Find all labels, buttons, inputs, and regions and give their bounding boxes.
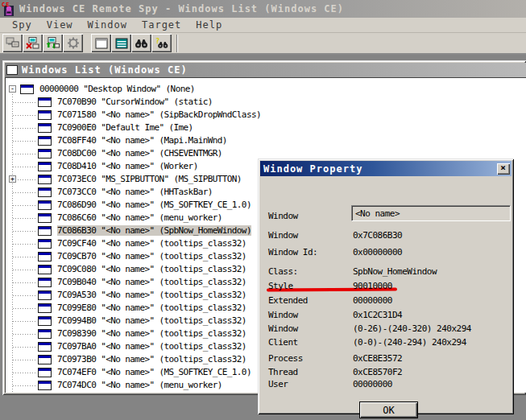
window-item-icon <box>38 213 52 223</box>
tree-row-label[interactable]: 7C09C080 "<No name>" (tooltips_class32) <box>57 264 246 274</box>
tree-row-label[interactable]: 7C086D90 "<No name>" (MS_SOFTKEY_CE_1.0) <box>57 200 251 210</box>
tree-connector <box>13 270 37 270</box>
window-item-icon <box>38 329 52 339</box>
window-item-icon <box>38 226 52 236</box>
remote-disconnect-icon <box>26 37 39 49</box>
tree-row-label[interactable]: 7C08FF40 "<No name>" (Mapi.MainWnd) <box>57 135 227 146</box>
dialog-field-label: Process <box>268 353 303 364</box>
app-icon: CE <box>2 2 16 16</box>
tree-row[interactable]: -00000000 "Desktop Window" (None) <box>6 83 526 96</box>
tree-connector <box>13 102 37 103</box>
window-item-icon <box>38 342 52 352</box>
tree-row-label[interactable]: 7C09CB70 "<No name>" (tooltips_class32) <box>57 251 246 261</box>
expand-expander-icon[interactable]: + <box>9 175 16 183</box>
tree-row-label[interactable]: 7C09A530 "<No name>" (tooltips_class32) <box>57 290 246 300</box>
tree-row[interactable]: 7C071580 "<No name>" (SipBackDropWndClas… <box>6 109 526 121</box>
menu-view[interactable]: View <box>39 18 81 32</box>
close-icon[interactable]: × <box>497 163 510 175</box>
tree-connector <box>13 231 37 232</box>
tree-row-label[interactable]: 7C074EF0 "<No name>" (MS_SOFTKEY_CE_1.0) <box>57 367 251 377</box>
dialog-field-value: SpbNow_HomeWindow <box>353 266 437 277</box>
window-item-icon <box>38 200 52 210</box>
dialog-field-value: 90010000 <box>353 281 392 291</box>
window-title: Windows CE Remote Spy - Windows List (Wi… <box>19 3 344 14</box>
dialog-field-value: 0xCE8E3572 <box>353 353 402 364</box>
processes-gear-icon <box>67 37 80 49</box>
processes-button[interactable] <box>63 34 83 52</box>
window-item-icon <box>38 316 52 326</box>
tree-row-label[interactable]: 00000000 "Desktop Window" (None) <box>39 84 195 94</box>
window-item-icon <box>38 355 52 364</box>
tree-connector <box>13 321 37 322</box>
tree-row-label[interactable]: 7C086C60 "<No name>" (menu_worker) <box>57 212 222 223</box>
tree-row-label[interactable]: 7C09B040 "<No name>" (tooltips_class32) <box>57 277 246 287</box>
find-window-button[interactable]: ? <box>151 34 172 52</box>
dialog-field-value: (0-0)-(240-294) 240x294 <box>353 337 466 348</box>
window-item-icon <box>38 303 52 313</box>
menu-window[interactable]: Window <box>81 18 135 32</box>
dialog-field-value: 0x7C086B30 <box>353 230 402 241</box>
tree-row-label[interactable]: 7C099E80 "<No name>" (tooltips_class32) <box>57 303 246 313</box>
tree-connector <box>13 154 37 154</box>
menu-help[interactable]: Help <box>188 18 230 32</box>
dialog-field-value: 0x1C2C31D4 <box>353 310 402 320</box>
child-titlebar[interactable]: Windows List (Windows CE) <box>5 63 526 77</box>
tree-row-label[interactable]: 7C08D410 "<No name>" (Worker) <box>57 161 198 171</box>
tree-row[interactable]: 7C0900E0 "Default Ime" (Ime) <box>6 121 526 134</box>
window-item-icon <box>38 290 52 300</box>
tree-row-label[interactable]: 7C08DC00 "<No name>" (CHSEVENTMGR) <box>57 148 222 159</box>
tree-row-label[interactable]: 7C0973B0 "<No name>" (tooltips_class32) <box>57 354 246 364</box>
dialog-titlebar[interactable]: Window Property × <box>260 161 512 176</box>
window-glyph-icon <box>6 65 18 75</box>
tree-row-label[interactable]: 7C073CC0 "<No name>" (HHTaskBar) <box>57 187 213 197</box>
tree-row[interactable]: 7C070B90 "CursorWindow" (static) <box>6 96 526 109</box>
windows-view-button[interactable] <box>91 34 111 52</box>
tree-row-label[interactable]: 7C09CF40 "<No name>" (tooltips_class32) <box>57 238 246 249</box>
window-item-icon <box>38 136 52 146</box>
refresh-connection-button[interactable] <box>43 34 63 52</box>
dialog-field-label: Window Id: <box>268 247 317 257</box>
tree-connector <box>13 128 37 129</box>
tree-row-label[interactable]: 7C070B90 "CursorWindow" (static) <box>57 97 213 107</box>
find-button[interactable] <box>131 34 151 52</box>
messages-view-button[interactable] <box>111 34 131 52</box>
window-item-icon <box>38 162 52 171</box>
mdi-client-area: Windows List (Windows CE) -00000000 "Des… <box>0 55 526 420</box>
window-item-icon <box>38 265 52 274</box>
menu-spy[interactable]: Spy <box>5 18 39 32</box>
tree-row-label[interactable]: 7C071580 "<No name>" (SipBackDropWndClas… <box>57 109 261 120</box>
messages-view-icon <box>115 38 128 49</box>
ok-button[interactable]: OK <box>359 401 418 418</box>
tree-row-label[interactable]: 7C073EC0 "MS_SIPBUTTON" (MS_SIPBUTTON) <box>57 174 242 184</box>
toolbar: ? <box>0 33 526 55</box>
tree-row[interactable]: 7C08FF40 "<No name>" (Mapi.MainWnd) <box>6 134 526 147</box>
menu-target[interactable]: Target <box>135 18 188 32</box>
dialog-field-label: Window <box>268 211 298 221</box>
svg-text:?: ? <box>155 37 159 45</box>
tree-row-label[interactable]: 7C0994B0 "<No name>" (tooltips_class32) <box>57 315 246 326</box>
tree-row-label[interactable]: 7C074DC0 "<No name>" (menu_worker) <box>57 380 222 390</box>
tree-connector <box>13 141 37 142</box>
tree-connector <box>13 115 37 116</box>
find-binoculars-icon <box>135 38 148 49</box>
dialog-field-label: Extended <box>268 295 308 306</box>
dialog-field-value: 0xCE8570F2 <box>353 367 402 377</box>
windows-view-icon <box>95 38 108 49</box>
tree-row-label[interactable]: 7C086B30 "<No name>" (SpbNow_HomeWindow) <box>57 225 251 236</box>
child-window-title: Windows List (Windows CE) <box>22 64 188 76</box>
disconnect-button[interactable] <box>23 34 43 52</box>
dialog-field-label: Class: <box>268 266 298 277</box>
main-titlebar[interactable]: CE Windows CE Remote Spy - Windows List … <box>0 0 526 18</box>
window-item-icon <box>38 252 52 261</box>
collapse-expander-icon[interactable]: - <box>9 85 16 93</box>
tree-row-label[interactable]: 7C0900E0 "Default Ime" (Ime) <box>57 122 193 133</box>
window-name-field[interactable]: <No name> <box>351 205 511 221</box>
window-item-icon <box>38 239 52 249</box>
tree-connector <box>13 179 37 180</box>
tree-row-label[interactable]: 7C097BA0 "<No name>" (tooltips_class32) <box>57 341 246 352</box>
dialog-field-label: Window <box>268 323 298 334</box>
window-item-icon <box>20 84 34 94</box>
tree-row-label[interactable]: 7C098390 "<No name>" (tooltips_class32) <box>57 328 246 339</box>
tree-connector <box>13 218 37 219</box>
connect-button[interactable] <box>2 34 23 52</box>
